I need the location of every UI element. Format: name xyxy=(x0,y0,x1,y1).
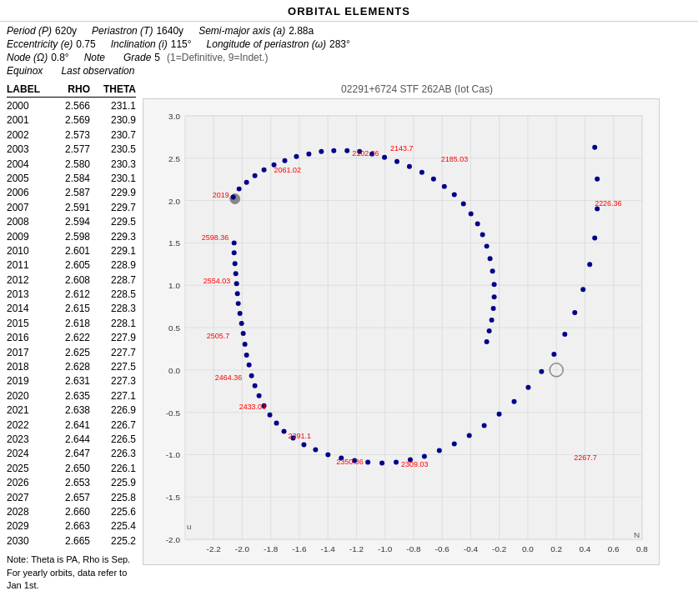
orbit-point xyxy=(238,311,243,316)
param-eccentricity: Eccentricity (e) 0.75 xyxy=(7,38,96,50)
svg-text:-1.2: -1.2 xyxy=(349,544,364,553)
orbit-point xyxy=(431,177,436,182)
chart-svg: -2.2 -2.0 -1.8 -1.6 -1.4 -1.2 -1.0 -0.8 … xyxy=(143,99,659,564)
svg-text:-1.6: -1.6 xyxy=(292,544,307,553)
table-row: 20052.584230.1 xyxy=(7,172,136,186)
table-cell: 2019 xyxy=(7,374,48,388)
svg-text:1.0: 1.0 xyxy=(168,281,180,290)
label-2350: 2350.36 xyxy=(336,458,363,466)
table-row: 20292.663225.4 xyxy=(7,519,136,533)
table-cell: 2005 xyxy=(7,172,48,186)
table-cell: 2.650 xyxy=(48,462,90,476)
orbit-point xyxy=(233,261,238,266)
table-row: 20202.635227.1 xyxy=(7,389,136,403)
last-obs-label: Last observation xyxy=(61,65,134,77)
svg-text:-2.0: -2.0 xyxy=(235,544,250,553)
table-row: 20132.612228.5 xyxy=(7,288,136,302)
table-cell: 2029 xyxy=(7,519,48,533)
table-row: 20042.580230.3 xyxy=(7,158,136,172)
table-row: 20242.647226.3 xyxy=(7,447,136,461)
svg-text:-1.4: -1.4 xyxy=(321,544,336,553)
orbit-point xyxy=(262,168,267,173)
orbit-point xyxy=(475,221,480,226)
orbit-point xyxy=(562,332,567,337)
table-row: 20262.653225.9 xyxy=(7,476,136,490)
label-2505: 2505.7 xyxy=(207,332,229,340)
table-cell: 2.622 xyxy=(48,331,90,345)
orbit-point xyxy=(313,448,318,453)
orbit-point xyxy=(232,250,237,255)
table-cell: 227.3 xyxy=(90,374,136,388)
table-cell: 2027 xyxy=(7,491,48,505)
table-cell: 2.644 xyxy=(48,433,90,447)
table-cell: 225.4 xyxy=(90,519,136,533)
table-row: 20152.618228.1 xyxy=(7,317,136,331)
orbit-point xyxy=(497,412,502,417)
equinox-label: Equinox xyxy=(7,65,43,77)
chart-title: 02291+6724 STF 262AB (Iot Cas) xyxy=(143,83,691,95)
orbit-point xyxy=(253,173,258,178)
table-cell: 225.8 xyxy=(90,491,136,505)
orbit-point xyxy=(422,453,427,458)
orbit-point xyxy=(282,429,287,434)
orbit-point xyxy=(249,373,254,378)
col-theta: THETA xyxy=(90,83,136,95)
orbit-point xyxy=(301,443,306,448)
table-cell: 2020 xyxy=(7,389,48,403)
table-cell: 2030 xyxy=(7,534,48,548)
page-title: ORBITAL ELEMENTS xyxy=(0,0,698,21)
param-equinox: Equinox xyxy=(7,65,46,77)
table-row: 20212.638226.9 xyxy=(7,403,136,418)
table-cell: 230.5 xyxy=(90,143,136,157)
table-cell: 2.605 xyxy=(48,258,90,273)
svg-text:-1.0: -1.0 xyxy=(378,544,393,553)
orbit-point xyxy=(394,159,399,164)
table-cell: 2.587 xyxy=(48,186,90,200)
main-content: LABEL RHO THETA 20002.566231.120012.5692… xyxy=(0,80,698,595)
orbit-point xyxy=(247,363,252,368)
table-cell: 2009 xyxy=(7,230,48,244)
period-value: 620y xyxy=(55,25,77,37)
svg-text:0.0: 0.0 xyxy=(168,366,180,375)
orbit-point xyxy=(319,149,324,154)
orbit-point xyxy=(551,352,556,357)
table-cell: 230.9 xyxy=(90,113,136,128)
svg-text:2.5: 2.5 xyxy=(168,154,180,163)
orbit-point xyxy=(239,321,244,326)
node-value: 0.8° xyxy=(51,52,68,63)
table-row: 20192.631227.3 xyxy=(7,374,136,388)
orbit-point xyxy=(488,256,493,261)
longitude-value: 283° xyxy=(329,38,350,50)
svg-text:2.0: 2.0 xyxy=(168,197,180,206)
param-row-3: Node (Ω) 0.8° Note Grade 5 (1=Definitive… xyxy=(7,52,691,63)
chart-container: -2.2 -2.0 -1.8 -1.6 -1.4 -1.2 -1.0 -0.8 … xyxy=(143,98,660,565)
table-cell: 230.7 xyxy=(90,128,136,143)
table-row: 20252.650226.1 xyxy=(7,462,136,476)
svg-text:-0.6: -0.6 xyxy=(435,544,450,553)
orbit-point xyxy=(490,268,495,273)
orbit-point xyxy=(234,281,239,286)
node-label: Node (Ω) xyxy=(7,52,48,63)
orbit-point xyxy=(572,310,577,315)
orbit-point xyxy=(512,399,517,404)
table-cell: 2017 xyxy=(7,346,48,360)
orbit-point xyxy=(452,442,457,447)
label-2554: 2554.03 xyxy=(203,277,230,285)
orbit-point xyxy=(485,339,490,344)
table-cell: 229.9 xyxy=(90,186,136,200)
orbit-point xyxy=(452,193,457,198)
table-cell: 2.577 xyxy=(48,143,90,157)
table-row: 20122.608228.7 xyxy=(7,273,136,288)
svg-text:0.8: 0.8 xyxy=(636,544,648,553)
label-2226: 2226.36 xyxy=(595,199,621,208)
table-cell: 2007 xyxy=(7,201,48,215)
svg-text:-1.8: -1.8 xyxy=(264,544,279,553)
orbit-point xyxy=(237,187,242,192)
orbit-point xyxy=(539,369,544,374)
table-cell: 2.663 xyxy=(48,519,90,533)
orbit-point xyxy=(232,240,237,245)
label-2309: 2309.03 xyxy=(401,460,428,468)
table-cell: 2.591 xyxy=(48,201,90,215)
table-cell: 2011 xyxy=(7,258,48,273)
svg-text:-2.2: -2.2 xyxy=(207,544,222,553)
